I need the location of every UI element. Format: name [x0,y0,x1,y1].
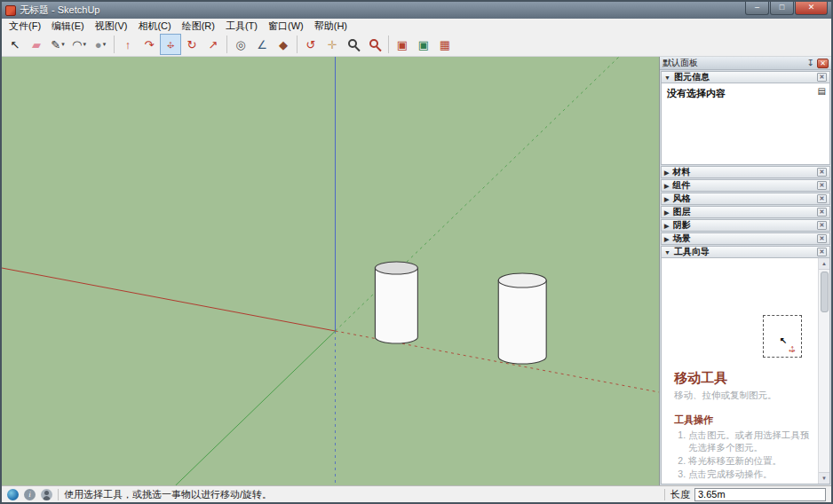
viewport[interactable] [2,57,660,485]
instructor-scrollbar[interactable]: ▲ ▼ [818,258,829,484]
arc-tool-button[interactable]: ◠▾ [68,34,90,55]
measurement-input[interactable] [694,488,826,501]
chevron-right-icon: ▶ [664,169,669,176]
menu-tools[interactable]: 工具(T) [220,19,263,34]
geolocation-icon[interactable] [7,489,19,500]
close-button[interactable]: ✕ [795,2,828,15]
line-tool-button[interactable]: ✎▾ [47,34,68,55]
menu-view[interactable]: 视图(V) [90,19,133,34]
default-tray-panel: 默认面板 ↧ ✕ ▼ 图元信息 ✕ 没有选择内容 ▤ ▶材料✕▶组件✕▶风格✕▶… [660,57,831,485]
cylinder-right[interactable] [498,273,546,364]
section-entity-info[interactable]: ▼ 图元信息 ✕ [661,71,830,83]
push-pull-tool-button[interactable]: ↑ [117,34,139,55]
warehouse-tool-button[interactable]: ▣ [392,34,413,55]
zoom-extents-tool-icon [369,39,378,48]
follow-me-tool-button[interactable]: ↷ [139,34,160,55]
shapes-tool-dropdown[interactable]: ▾ [103,41,107,48]
tape-measure-tool-button[interactable]: ◎ [230,34,251,55]
title-bar[interactable]: 无标题 - SketchUp – □ ✕ [2,2,831,19]
section-scenes-close-button[interactable]: ✕ [817,234,827,243]
eraser-tool-button[interactable]: ▰ [26,34,47,55]
section-scenes[interactable]: ▶场景✕ [661,232,830,245]
menu-file[interactable]: 文件(F) [4,19,46,34]
section-styles[interactable]: ▶风格✕ [661,193,830,205]
menu-window[interactable]: 窗口(W) [263,19,309,34]
status-bar: i 使用选择工具，或挑选一事物以进行移动/旋转。 长度 [2,485,831,502]
move-cursor-icon: ↔ ↕ ↖ [786,343,798,355]
measurement-box: 长度 [670,488,826,501]
dimension-tool-button[interactable]: ∠ [251,34,273,55]
window-controls: – □ ✕ [745,2,828,15]
menu-help[interactable]: 帮助(H) [309,19,353,34]
zoom-extents-tool-button[interactable] [364,34,385,55]
pan-tool-icon: ✛ [328,39,337,51]
credits-icon[interactable]: i [24,489,36,500]
sketchup-logo-icon [5,5,16,16]
rotate-tool-button[interactable]: ↻ [181,34,202,55]
scroll-down-button[interactable]: ▼ [819,472,829,484]
maximize-button[interactable]: □ [770,2,794,15]
minimize-button[interactable]: – [745,2,769,15]
orbit-tool-icon: ↺ [306,39,316,51]
arc-tool-dropdown[interactable]: ▾ [83,41,86,48]
scroll-up-button[interactable]: ▲ [819,258,829,270]
main-area: 默认面板 ↧ ✕ ▼ 图元信息 ✕ 没有选择内容 ▤ ▶材料✕▶组件✕▶风格✕▶… [2,57,831,485]
section-layers[interactable]: ▶图层✕ [661,206,830,218]
tray-title-bar[interactable]: 默认面板 ↧ ✕ [660,57,831,70]
toolbar: ↖▰✎▾◠▾●▾↑↷↔↕↻↗◎∠◆↺✛▣▣▦ [2,33,831,57]
line-tool-dropdown[interactable]: ▾ [61,41,65,48]
section-layers-close-button[interactable]: ✕ [817,208,827,217]
sketchup-window: 无标题 - SketchUp – □ ✕ 文件(F)编辑(E)视图(V)相机(C… [0,0,833,504]
cylinder-right-top[interactable] [498,273,546,287]
section-instructor[interactable]: ▼ 工具向导 ✕ [661,246,830,258]
select-tool-button[interactable]: ↖ [4,34,26,55]
rotate-tool-icon: ↻ [187,39,197,51]
chevron-down-icon: ▼ [664,75,670,81]
section-shadows[interactable]: ▶阴影✕ [661,219,830,232]
pan-tool-button[interactable]: ✛ [321,34,343,55]
toolbar-separator [388,35,389,53]
cylinder-left-top[interactable] [375,262,417,274]
cylinder-left[interactable] [375,262,417,343]
menu-camera[interactable]: 相机(C) [132,19,176,34]
move-arrow-v-icon: ↕ [163,37,178,51]
paint-bucket-tool-button[interactable]: ◆ [273,34,294,55]
extension-warehouse-tool-button[interactable]: ▣ [413,34,434,55]
section-components[interactable]: ▶组件✕ [661,179,830,192]
section-materials-close-button[interactable]: ✕ [817,168,827,177]
cylinder-left-body[interactable] [375,268,417,343]
scrollbar-thumb[interactable] [821,272,829,312]
chevron-right-icon: ▶ [664,223,669,229]
tray-close-button[interactable]: ✕ [817,59,829,68]
menu-edit[interactable]: 编辑(E) [46,19,90,34]
pin-icon[interactable]: ↧ [807,59,814,67]
section-components-label: 组件 [672,179,817,192]
layout-tool-button[interactable]: ▦ [434,34,456,55]
instructor-content: ↔ ↕ ↖ 移动工具 移动、拉伸或复制图元。 工具操作 点击图元。或者用选择工具… [662,258,818,484]
instructor-step: 将光标移至新的位置。 [688,455,813,468]
instructor-steps: 点击图元。或者用选择工具预先选择多个图元。将光标移至新的位置。点击完成移动操作。 [688,429,813,481]
instructor-close-button[interactable]: ✕ [817,248,827,256]
paint-bucket-tool-icon: ◆ [279,39,288,51]
scale-tool-button[interactable]: ↗ [202,34,224,55]
dimension-tool-icon: ∠ [257,39,267,51]
entity-info-close-button[interactable]: ✕ [817,73,827,82]
shapes-tool-button[interactable]: ●▾ [90,34,111,55]
cylinder-right-body[interactable] [498,280,546,364]
move-tool-button[interactable]: ↔↕ [160,34,181,55]
arc-tool-icon: ◠ [72,39,82,51]
menu-draw[interactable]: 绘图(R) [177,19,220,34]
orbit-tool-button[interactable]: ↺ [300,34,321,55]
user-icon[interactable] [41,489,52,500]
push-pull-tool-icon: ↑ [125,39,131,51]
move-tool-icon: ↔↕ [163,37,178,51]
details-toggle-icon[interactable]: ▤ [818,86,826,96]
section-shadows-close-button[interactable]: ✕ [817,221,827,230]
toolbar-separator [114,35,115,53]
section-components-close-button[interactable]: ✕ [817,181,827,190]
instructor-step: 点击图元。或者用选择工具预先选择多个图元。 [688,429,813,454]
measurement-label: 长度 [670,488,690,501]
section-materials[interactable]: ▶材料✕ [661,166,830,178]
zoom-tool-button[interactable] [343,34,364,55]
section-styles-close-button[interactable]: ✕ [817,194,827,203]
